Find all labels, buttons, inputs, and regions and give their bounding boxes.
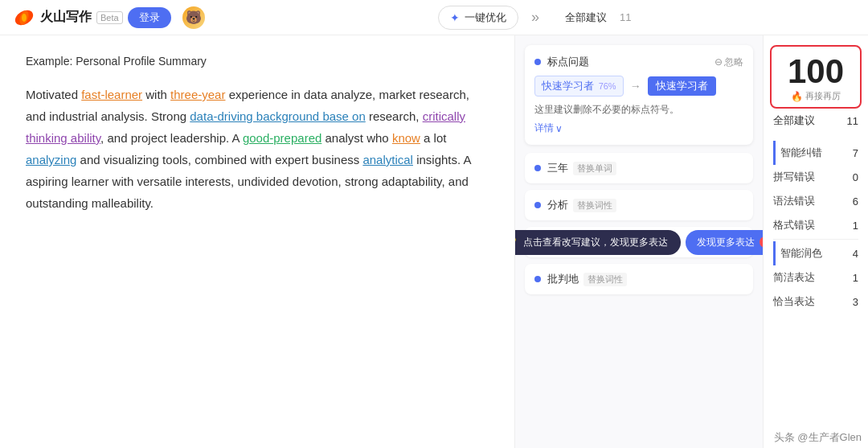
suggestions-panel: 标点问题 ⊖ 忽略 快速学习者 76% → 快速学习者 这里建议删除不必要的标点…: [514, 35, 764, 448]
stat-row-0[interactable]: 智能纠错 7: [773, 141, 858, 165]
optimize-label: 一键优化: [465, 10, 506, 25]
header: 火山写作 Beta 登录 🐻 ✦ 一键优化 » 全部建议 11: [0, 0, 868, 35]
stat-label: 智能纠错: [780, 146, 822, 160]
fire-icon: 🔥: [791, 91, 803, 102]
highlight-analytical: analytical: [362, 153, 413, 166]
word-original: 快速学习者 76%: [534, 76, 624, 97]
doc-title: Example: Personal Profile Summary: [26, 55, 489, 68]
stat-count: 7: [853, 147, 858, 159]
score-sub-text: 再接再厉: [805, 90, 841, 102]
stat-label: 语法错误: [773, 194, 815, 208]
ignore-button[interactable]: ⊖ 忽略: [714, 55, 743, 69]
card-title: 标点问题: [547, 55, 714, 69]
svg-point-2: [22, 14, 27, 22]
more-button[interactable]: »: [528, 9, 542, 26]
all-suggestions-row[interactable]: 全部建议 11: [764, 109, 868, 133]
tooltip-text: 点击查看改写建议，发现更多表达: [523, 236, 668, 249]
right-panel: 100 🔥 再接再厉 全部建议 11 智能纠错 7 拼写错误 0 语法错误 6: [764, 35, 868, 448]
score-sub: 🔥 再接再厉: [778, 90, 854, 102]
bulb-icon: 💡: [514, 236, 518, 249]
discover-button[interactable]: 发现更多表达 2: [686, 230, 764, 255]
stat-label: 智能润色: [780, 246, 822, 261]
stat-count: 4: [853, 248, 858, 260]
stat-count: 1: [853, 272, 858, 284]
tooltip-content: 💡 点击查看改写建议，发现更多表达: [514, 230, 681, 255]
highlight-good-prepared: good-prepared: [243, 131, 321, 145]
suggestion-text: 分析: [547, 198, 568, 212]
highlight-three-year: three-year: [170, 88, 225, 101]
suggestions-count: 11: [620, 11, 631, 23]
stat-row-5[interactable]: 简洁表达 1: [773, 265, 858, 290]
avatar: 🐻: [182, 6, 205, 29]
suggestion-item-0[interactable]: 三年 替换单词: [525, 153, 753, 183]
discover-label: 发现更多表达: [697, 236, 755, 249]
stat-count: 3: [853, 296, 858, 308]
main-container: Example: Personal Profile Summary Motiva…: [0, 35, 868, 448]
right-stats: 智能纠错 7 拼写错误 0 语法错误 6 格式错误 1 智能润色 4 简洁表达: [764, 133, 868, 448]
highlight-analyzing: analyzing: [26, 153, 76, 166]
suggestion-text: 三年: [547, 161, 568, 175]
tooltip-overlay: 💡 点击查看改写建议，发现更多表达 发现更多表达 2: [525, 227, 753, 257]
editor-area[interactable]: Example: Personal Profile Summary Motiva…: [0, 35, 514, 448]
stat-row-4[interactable]: 智能润色 4: [773, 241, 858, 265]
star-icon: ✦: [450, 11, 460, 24]
optimize-button[interactable]: ✦ 一键优化: [438, 6, 518, 30]
suggestions-label: 全部建议: [565, 10, 607, 25]
ignore-icon: ⊖: [714, 56, 723, 68]
stat-count: 6: [853, 195, 858, 208]
detail-button[interactable]: 详情 ∨: [534, 121, 743, 135]
stat-label: 恰当表达: [773, 294, 815, 309]
replace-tag: 替换词性: [573, 199, 616, 212]
card-dot: [534, 276, 541, 282]
discover-badge: 2: [760, 236, 764, 248]
login-button[interactable]: 登录: [128, 7, 171, 28]
suggestion-card-punctuation: 标点问题 ⊖ 忽略 快速学习者 76% → 快速学习者 这里建议删除不必要的标点…: [525, 45, 753, 145]
stat-label: 简洁表达: [773, 270, 815, 285]
doc-content[interactable]: Motivated fast-learner with three-year e…: [26, 84, 489, 214]
highlight-know: know: [392, 131, 420, 145]
card-dot: [534, 59, 541, 65]
replace-tag: 替换词性: [583, 273, 627, 286]
stat-label: 格式错误: [773, 218, 815, 232]
chevron-icon: ∨: [555, 123, 563, 134]
word-arrow: →: [630, 80, 641, 92]
suggestion-desc: 这里建议删除不必要的标点符号。: [534, 103, 743, 117]
score-tag: 76%: [599, 81, 616, 91]
card-dot: [534, 165, 541, 171]
stat-count: 1: [853, 220, 858, 232]
card-header: 标点问题 ⊖ 忽略: [534, 55, 743, 69]
stat-row-1[interactable]: 拼写错误 0: [773, 165, 858, 189]
suggestion-item-3[interactable]: 批判地 替换词性: [525, 264, 753, 294]
card-dot: [534, 202, 541, 208]
stat-label: 拼写错误: [773, 170, 815, 184]
stat-count: 0: [853, 171, 858, 183]
header-center: ✦ 一键优化 » 全部建议 11: [215, 6, 855, 30]
highlight-data-driving: data-driving background base on: [190, 109, 365, 123]
word-new[interactable]: 快速学习者: [648, 76, 716, 96]
word-comparison: 快速学习者 76% → 快速学习者: [534, 76, 743, 97]
suggestion-text: 批判地: [547, 272, 579, 286]
highlight-fast-learner: fast-learner: [81, 88, 142, 101]
logo-text: 火山写作: [40, 9, 92, 26]
score-number: 100: [778, 55, 854, 88]
beta-badge: Beta: [96, 11, 123, 24]
stat-row-6[interactable]: 恰当表达 3: [773, 290, 858, 314]
logo-area: 火山写作 Beta 登录 🐻: [13, 6, 205, 29]
suggestion-item-2-wrapper: 数据驱动背景基于 替换 💡 点击查看改写建议，发现更多表达 发现更多表达 2: [525, 227, 753, 257]
watermark: 头条 @生产者Glen: [774, 430, 862, 445]
all-suggestions-label: 全部建议: [773, 113, 815, 128]
suggestion-item-1[interactable]: 分析 替换词性: [525, 190, 753, 220]
stat-row-3[interactable]: 格式错误 1: [773, 213, 858, 237]
replace-tag: 替换单词: [573, 162, 616, 175]
stat-row-2[interactable]: 语法错误 6: [773, 189, 858, 213]
all-suggestions-count: 11: [847, 115, 858, 127]
logo-icon: [13, 6, 35, 29]
ignore-label: 忽略: [724, 55, 743, 69]
score-card: 100 🔥 再接再厉: [770, 45, 862, 109]
stat-divider: [773, 239, 858, 240]
